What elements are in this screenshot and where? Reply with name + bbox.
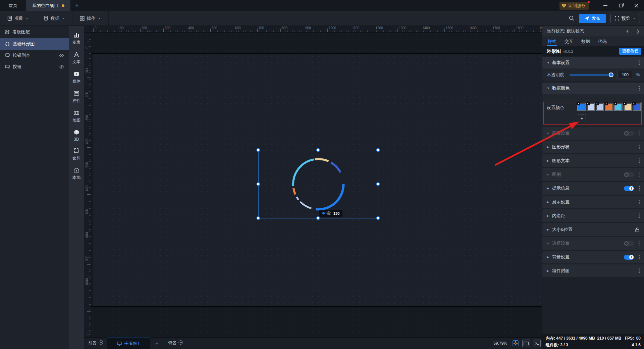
donut-chart-selection[interactable] [84, 26, 542, 349]
selection-handle[interactable] [377, 149, 380, 152]
section-row-1[interactable]: ▶图形形状 [542, 141, 644, 153]
kebab-menu-icon[interactable] [639, 145, 640, 149]
toggle-off[interactable] [624, 241, 634, 246]
color-swatch-6[interactable]: x [633, 103, 641, 111]
kebab-menu-icon[interactable] [639, 60, 640, 65]
opacity-slider[interactable] [570, 74, 613, 76]
selection-handle[interactable] [317, 149, 320, 152]
zoom-level[interactable]: 69.79% [493, 341, 507, 346]
remove-color-badge[interactable]: x [577, 102, 580, 105]
toolbar-item-本地[interactable]: 本地 [69, 167, 84, 181]
remove-color-badge[interactable]: x [586, 102, 590, 105]
fit-view-button[interactable] [512, 340, 519, 347]
section-row-10[interactable]: ▶组件封面 [542, 264, 644, 277]
menu-action[interactable]: 操作▼ [72, 11, 109, 26]
color-swatch-2[interactable]: x [596, 103, 604, 111]
toggle-on[interactable] [624, 186, 634, 191]
add-state-button[interactable]: + [626, 28, 629, 35]
color-swatch-5[interactable]: x [624, 103, 632, 111]
kebab-menu-icon[interactable] [639, 255, 640, 259]
color-swatch-4[interactable]: x [614, 103, 623, 111]
add-circle-icon[interactable] [178, 340, 183, 345]
kebab-menu-icon[interactable] [639, 186, 640, 191]
selection-handle[interactable] [377, 217, 380, 220]
toolbar-item-地图[interactable]: 地图 [69, 109, 84, 123]
tab-home[interactable]: 首页 [0, 0, 26, 11]
selection-handle[interactable] [377, 183, 380, 186]
kebab-menu-icon[interactable] [639, 241, 640, 246]
add-circle-icon[interactable] [99, 340, 103, 345]
section-row-7[interactable]: ▶大小&位置 [542, 223, 644, 236]
tab-project[interactable]: 我的空白项目 [26, 0, 70, 11]
toggle-off[interactable] [624, 131, 634, 136]
visibility-off-icon[interactable] [59, 65, 64, 69]
section-row-3[interactable]: ▶图例 [542, 168, 644, 181]
section-basic-settings[interactable]: ▼ 基本设置 [542, 57, 644, 68]
shortcuts-button[interactable] [522, 340, 530, 347]
kebab-menu-icon[interactable] [639, 158, 640, 163]
remove-color-badge[interactable]: x [595, 102, 599, 105]
kebab-menu-icon[interactable] [639, 213, 640, 218]
layer-item-1[interactable]: 按钮副本 [0, 50, 69, 61]
kebab-menu-icon[interactable] [639, 200, 640, 204]
toolbar-item-3D[interactable]: 3D [69, 129, 84, 142]
toolbar-item-媒体[interactable]: 媒体 [69, 70, 84, 84]
console-button[interactable] [533, 340, 541, 347]
board-tab[interactable]: 子看板1 [107, 338, 150, 349]
toggle-off[interactable] [624, 172, 634, 177]
chevron-right-icon[interactable]: ❯ [636, 29, 640, 34]
preview-button[interactable]: 预览▼ [610, 14, 640, 23]
toolbar-item-控件[interactable]: 控件 [69, 90, 84, 104]
section-row-4[interactable]: ▶提示信息 [542, 182, 644, 195]
remove-color-badge[interactable]: x [613, 102, 617, 105]
toggle-on[interactable] [624, 255, 634, 260]
lock-icon[interactable] [635, 227, 640, 232]
menu-data[interactable]: 数据▼ [36, 11, 72, 26]
toolbar-item-文本[interactable]: 文本 [69, 51, 84, 65]
search-icon[interactable] [569, 15, 575, 21]
section-row-8[interactable]: ▶边框设置 [542, 237, 644, 250]
selection-handle[interactable] [317, 217, 320, 220]
section-row-2[interactable]: ▶图形文本 [542, 154, 644, 167]
foreground-button[interactable]: 前景 [84, 338, 107, 349]
minimize-button[interactable] [598, 0, 613, 11]
layer-item-0[interactable]: 基础环形图 [0, 38, 69, 50]
layer-item-2[interactable]: 按钮 [0, 61, 69, 72]
section-row-6[interactable]: ▶内边距 [542, 209, 644, 222]
canvas[interactable]: 0100200300400500600700800900100011001200… [84, 26, 542, 349]
tab-interaction[interactable]: 交互 [565, 37, 573, 46]
kebab-menu-icon[interactable] [639, 131, 640, 136]
kebab-menu-icon[interactable] [639, 172, 640, 177]
section-data-colors[interactable]: ▼ 数据颜色 [542, 83, 644, 94]
remove-color-badge[interactable]: x [623, 102, 627, 105]
kebab-menu-icon[interactable] [639, 268, 640, 273]
section-row-9[interactable]: ▶背景设置 [542, 251, 644, 263]
new-tab-button[interactable]: + [70, 0, 84, 11]
custom-service-button[interactable]: 定制服务 [559, 2, 589, 10]
publish-button[interactable]: 发布 [579, 14, 606, 23]
remove-color-badge[interactable]: x [604, 102, 608, 105]
add-board-button[interactable]: + [150, 338, 164, 349]
color-swatch-0[interactable]: x [577, 103, 586, 111]
color-swatch-3[interactable]: x [605, 103, 613, 111]
tab-code[interactable]: 代码 [598, 37, 607, 46]
toolbar-item-套件[interactable]: 套件 [69, 147, 84, 161]
visibility-off-icon[interactable] [59, 53, 64, 58]
close-button[interactable] [629, 0, 644, 11]
kebab-menu-icon[interactable] [639, 86, 640, 91]
section-row-0[interactable]: ▶高级设置 [542, 127, 644, 140]
maximize-button[interactable] [613, 0, 629, 11]
selection-handle[interactable] [257, 149, 260, 152]
remove-color-badge[interactable]: x [632, 102, 636, 105]
section-row-5[interactable]: ▶展示设置 [542, 196, 644, 208]
tab-style[interactable]: 样式 [548, 37, 556, 46]
color-swatch-1[interactable]: x [587, 103, 595, 111]
tutorial-button[interactable]: 查看教程 [619, 48, 641, 55]
tab-data[interactable]: 数据 [581, 37, 590, 46]
toolbar-item-图表[interactable]: 图表 [69, 32, 84, 45]
menu-project[interactable]: 项目▼ [0, 11, 36, 26]
background-button[interactable]: 背景 [164, 338, 187, 349]
slider-knob[interactable] [609, 72, 613, 77]
selection-box[interactable] [258, 150, 378, 218]
opacity-input[interactable]: 100 [618, 71, 633, 79]
